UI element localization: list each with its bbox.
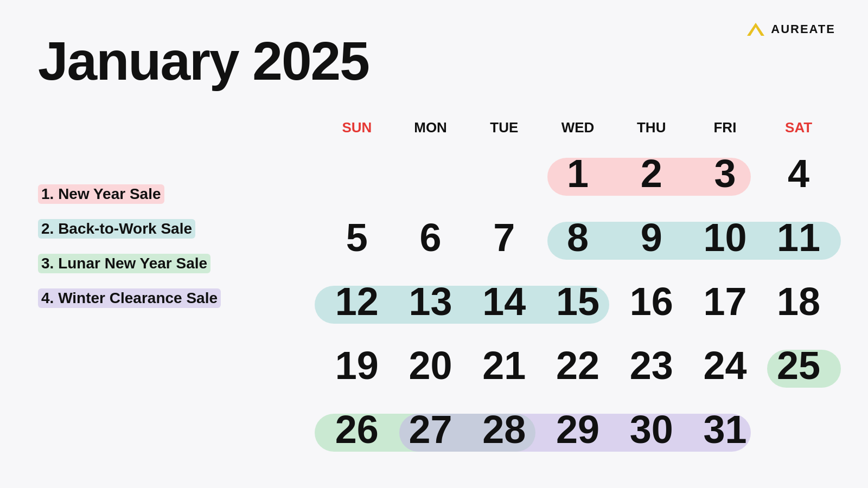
day-4: 4 xyxy=(762,147,835,207)
page-title: January 2025 xyxy=(38,30,369,92)
day-3: 3 xyxy=(688,147,762,207)
day-20: 20 xyxy=(394,339,468,399)
header-fri: FRI xyxy=(688,114,762,142)
day-12: 12 xyxy=(320,275,394,335)
legend-item-2: 2. Back-to-Work Sale xyxy=(38,219,221,239)
day-21: 21 xyxy=(467,339,541,399)
logo: AUREATE xyxy=(746,22,835,37)
day-empty xyxy=(320,147,394,207)
header-sun: SUN xyxy=(320,114,394,142)
day-9: 9 xyxy=(615,211,688,271)
calendar-row-2: 5 6 7 8 9 10 11 xyxy=(320,211,835,271)
legend-list: 1. New Year Sale 2. Back-to-Work Sale 3.… xyxy=(38,184,221,308)
day-27: 27 xyxy=(394,403,468,463)
day-empty xyxy=(394,147,468,207)
brand-name: AUREATE xyxy=(771,22,835,36)
day-10: 10 xyxy=(688,211,762,271)
day-19: 19 xyxy=(320,339,394,399)
calendar-header: SUN MON TUE WED THU FRI SAT xyxy=(320,114,835,142)
day-2: 2 xyxy=(615,147,688,207)
day-24: 24 xyxy=(688,339,762,399)
day-15: 15 xyxy=(541,275,615,335)
aureate-logo-icon xyxy=(746,22,765,37)
day-18: 18 xyxy=(762,275,835,335)
calendar-row-5: 26 27 28 29 30 31 xyxy=(320,403,835,463)
calendar: SUN MON TUE WED THU FRI SAT 1 2 3 4 5 6 … xyxy=(320,114,835,467)
day-7: 7 xyxy=(467,211,541,271)
day-13: 13 xyxy=(394,275,468,335)
header-mon: MON xyxy=(394,114,468,142)
legend-item-4: 4. Winter Clearance Sale xyxy=(38,288,221,308)
day-23: 23 xyxy=(615,339,688,399)
header-tue: TUE xyxy=(467,114,541,142)
day-22: 22 xyxy=(541,339,615,399)
header-thu: THU xyxy=(615,114,688,142)
legend-label-1: 1. New Year Sale xyxy=(38,184,164,204)
day-31: 31 xyxy=(688,403,762,463)
header-sat: SAT xyxy=(762,114,835,142)
calendar-row-3: 12 13 14 15 16 17 18 xyxy=(320,275,835,335)
day-29: 29 xyxy=(541,403,615,463)
day-8: 8 xyxy=(541,211,615,271)
day-empty xyxy=(467,147,541,207)
header-wed: WED xyxy=(541,114,615,142)
day-1: 1 xyxy=(541,147,615,207)
day-5: 5 xyxy=(320,211,394,271)
day-25: 25 xyxy=(762,339,835,399)
day-30: 30 xyxy=(615,403,688,463)
day-16: 16 xyxy=(615,275,688,335)
day-28: 28 xyxy=(467,403,541,463)
day-17: 17 xyxy=(688,275,762,335)
legend-item-3: 3. Lunar New Year Sale xyxy=(38,254,221,273)
legend-label-4: 4. Winter Clearance Sale xyxy=(38,288,221,308)
day-empty xyxy=(762,403,835,463)
day-26: 26 xyxy=(320,403,394,463)
calendar-row-1: 1 2 3 4 xyxy=(320,147,835,207)
legend-item-1: 1. New Year Sale xyxy=(38,184,221,204)
legend-label-3: 3. Lunar New Year Sale xyxy=(38,254,210,273)
calendar-row-4: 19 20 21 22 23 24 25 xyxy=(320,339,835,399)
day-6: 6 xyxy=(394,211,468,271)
legend-label-2: 2. Back-to-Work Sale xyxy=(38,219,195,239)
day-11: 11 xyxy=(762,211,835,271)
day-14: 14 xyxy=(467,275,541,335)
